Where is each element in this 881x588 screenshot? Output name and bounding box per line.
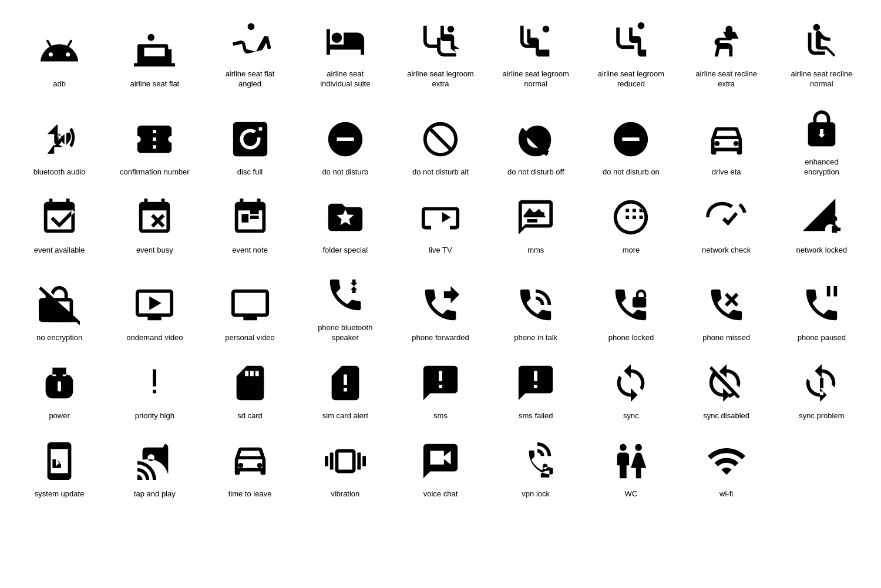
- icon-cell-time-to-leave: time to leave: [202, 432, 297, 504]
- wi-fi-icon: [703, 438, 750, 485]
- more-icon: [607, 194, 654, 241]
- do-not-disturb-on-label: do not disturb on: [603, 167, 660, 177]
- phone-paused-icon: [798, 281, 845, 328]
- network-check-label: network check: [702, 246, 751, 256]
- ondemand-video-icon: [131, 281, 178, 328]
- phone-paused-label: phone paused: [798, 333, 846, 343]
- icon-cell-voice-chat: voice chat: [393, 432, 488, 504]
- icon-cell-power: power: [12, 354, 107, 426]
- tap-and-play-icon: [131, 438, 178, 485]
- mms-label: mms: [527, 246, 544, 256]
- airline-seat-flat-label: airline seat flat: [130, 79, 179, 89]
- no-encryption-icon: [36, 281, 83, 328]
- tap-and-play-label: tap and play: [134, 489, 176, 499]
- live-tv-icon: [417, 194, 464, 241]
- icon-cell-phone-in-talk: phone in talk: [488, 266, 583, 348]
- phone-forwarded-icon: [417, 281, 464, 328]
- priority-high-label: priority high: [135, 411, 174, 421]
- icon-cell-do-not-disturb-on: do not disturb on: [583, 100, 678, 182]
- icon-cell-sd-card: sd card: [202, 354, 297, 426]
- icon-cell-adb: adb: [12, 12, 107, 94]
- system-update-label: system update: [35, 489, 85, 499]
- icon-cell-wi-fi: wi-fi: [679, 432, 774, 504]
- event-available-icon: [36, 194, 83, 241]
- airline-seat-recline-normal-icon: [798, 18, 845, 65]
- icon-cell-event-busy: event busy: [107, 188, 202, 260]
- personal-video-label: personal video: [225, 333, 275, 343]
- icon-cell-vibration: vibration: [298, 432, 393, 504]
- drive-eta-label: drive eta: [712, 167, 741, 177]
- network-check-icon: [703, 194, 750, 241]
- airline-seat-legroom-normal-icon: [512, 18, 559, 65]
- live-tv-label: live TV: [429, 246, 452, 256]
- phone-in-talk-label: phone in talk: [514, 333, 557, 343]
- event-note-icon: [227, 194, 274, 241]
- wc-label: WC: [625, 489, 638, 499]
- airline-seat-flat-angled-label: airline seat flat angled: [215, 69, 285, 89]
- drive-eta-icon: [703, 116, 750, 163]
- icon-cell-vpn-lock: vpn lock: [488, 432, 583, 504]
- power-label: power: [49, 411, 69, 421]
- vpn-lock-label: vpn lock: [522, 489, 550, 499]
- icon-cell-airline-seat-legroom-normal: airline seat legroom normal: [488, 12, 583, 94]
- icon-cell-ondemand-video: ondemand video: [107, 266, 202, 348]
- icon-cell-phone-forwarded: phone forwarded: [393, 266, 488, 348]
- bluetooth-audio-label: bluetooth audio: [33, 167, 86, 177]
- bluetooth-audio-icon: [36, 116, 83, 163]
- network-locked-label: network locked: [796, 246, 848, 256]
- icon-cell-tap-and-play: tap and play: [107, 432, 202, 504]
- icon-cell-airline-seat-legroom-reduced: airline seat legroom reduced: [583, 12, 678, 94]
- sms-label: sms: [433, 411, 448, 421]
- sync-disabled-label: sync disabled: [703, 411, 749, 421]
- icon-cell-sms-failed: sms failed: [488, 354, 583, 426]
- icon-cell-airline-seat-individual-suite: airline seat individual suite: [298, 12, 393, 94]
- folder-special-label: folder special: [322, 246, 368, 256]
- icon-cell-sync-problem: sync problem: [774, 354, 869, 426]
- network-locked-icon: [798, 194, 845, 241]
- icon-cell-disc-full: disc full: [202, 100, 297, 182]
- icon-cell-do-not-disturb-off: do not disturb off: [488, 100, 583, 182]
- mms-icon: [512, 194, 559, 241]
- icon-cell-no-encryption: no encryption: [12, 266, 107, 348]
- do-not-disturb-on-icon: [607, 116, 654, 163]
- priority-high-icon: [131, 359, 178, 406]
- do-not-disturb-alt-icon: [417, 116, 464, 163]
- icon-cell-sync: sync: [583, 354, 678, 426]
- phone-in-talk-icon: [512, 281, 559, 328]
- icon-cell-wc: WC: [583, 432, 678, 504]
- airline-seat-legroom-extra-icon: [417, 18, 464, 65]
- vpn-lock-icon: [512, 438, 559, 485]
- system-update-icon: [36, 438, 83, 485]
- icon-cell-live-tv: live TV: [393, 188, 488, 260]
- confirmation-number-icon: [131, 116, 178, 163]
- icon-cell-phone-locked: phone locked: [583, 266, 678, 348]
- ondemand-video-label: ondemand video: [126, 333, 183, 343]
- sync-label: sync: [623, 411, 639, 421]
- icon-cell-event-available: event available: [12, 188, 107, 260]
- icon-cell-event-note: event note: [202, 188, 297, 260]
- icon-cell-sms: sms: [393, 354, 488, 426]
- enhanced-encryption-label: enhanced encryption: [786, 157, 857, 177]
- airline-seat-flat-icon: [131, 28, 178, 75]
- airline-seat-individual-suite-icon: [322, 18, 369, 65]
- sms-failed-icon: [512, 359, 559, 406]
- power-icon: [36, 359, 83, 406]
- phone-locked-label: phone locked: [608, 333, 654, 343]
- svg-point-0: [448, 26, 455, 33]
- sync-problem-icon: [798, 359, 845, 406]
- adb-label: adb: [53, 79, 66, 89]
- sync-disabled-icon: [703, 359, 750, 406]
- airline-seat-legroom-normal-label: airline seat legroom normal: [500, 69, 571, 89]
- airline-seat-recline-normal-label: airline seat recline normal: [786, 69, 857, 89]
- airline-seat-flat-angled-icon: [227, 18, 274, 65]
- voice-chat-icon: [417, 438, 464, 485]
- disc-full-label: disc full: [237, 167, 263, 177]
- icon-cell-mms: mms: [488, 188, 583, 260]
- icon-cell-sync-disabled: sync disabled: [679, 354, 774, 426]
- icon-cell-airline-seat-recline-normal: airline seat recline normal: [774, 12, 869, 94]
- icon-cell-enhanced-encryption: enhanced encryption: [774, 100, 869, 182]
- phone-bluetooth-speaker-label: phone bluetooth speaker: [310, 323, 381, 343]
- wc-icon: [607, 438, 654, 485]
- icon-cell-phone-paused: phone paused: [774, 266, 869, 348]
- icon-cell-network-check: network check: [679, 188, 774, 260]
